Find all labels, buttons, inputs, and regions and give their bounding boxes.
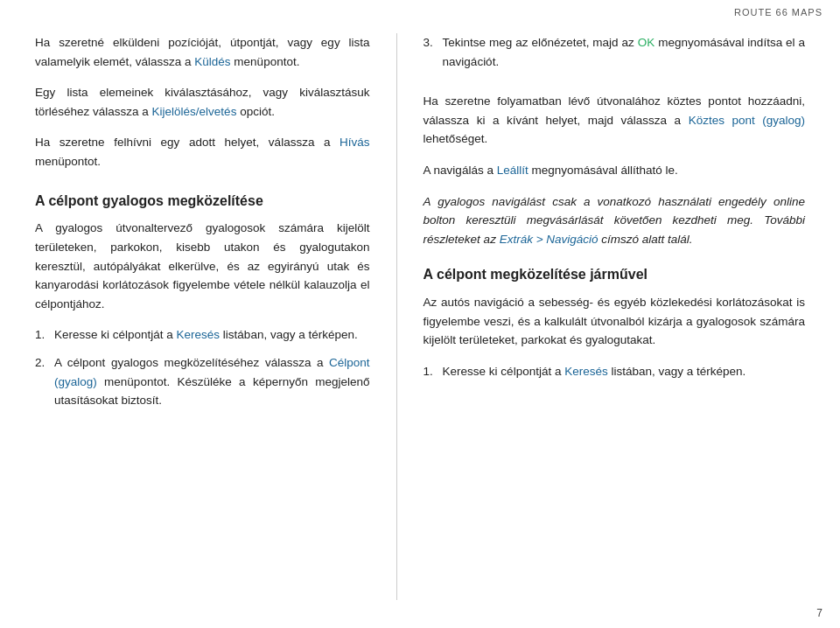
right-list-item1: 1. Keresse ki célpontját a Keresés listá… xyxy=(424,362,805,381)
koztes-pont-link[interactable]: Köztes pont (gyalog) xyxy=(689,114,805,127)
para1-text: Ha szeretné elküldeni pozícióját, útpont… xyxy=(35,33,370,71)
left-column: Ha szeretné elküldeni pozícióját, útpont… xyxy=(35,33,397,600)
kereses-link-2[interactable]: Keresés xyxy=(564,365,608,378)
extrak-link[interactable]: Extrák > Navigáció xyxy=(500,233,598,246)
section2-body-text: Az autós navigáció a sebesség- és egyéb … xyxy=(424,293,805,350)
content-area: Ha szeretné elküldeni pozícióját, útpont… xyxy=(35,33,805,600)
section1-body-text: A gyalogos útvonaltervező gyalogosok szá… xyxy=(35,219,370,313)
section1-body-block: A gyalogos útvonaltervező gyalogosok szá… xyxy=(35,219,370,313)
header-brand: ROUTE 66 MAPS xyxy=(734,7,822,17)
item2-text: A célpont gyalogos megközelítéséhez vála… xyxy=(54,353,370,410)
right-top-list: 3. Tekintse meg az előnézetet, majd az O… xyxy=(424,33,805,80)
brand-text: ROUTE 66 MAPS xyxy=(734,7,822,17)
section2-body-block: Az autós navigáció a sebesség- és egyéb … xyxy=(424,293,805,350)
item2-num: 2. xyxy=(35,353,49,410)
item3-num: 3. xyxy=(424,33,438,71)
page-number: 7 xyxy=(816,607,822,619)
right-item1-num: 1. xyxy=(424,362,438,381)
para1-block: Ha szeretné elküldeni pozícióját, útpont… xyxy=(35,33,370,71)
leollit-link[interactable]: Leállít xyxy=(497,164,528,177)
right-item1-text: Keresse ki célpontját a Keresés listában… xyxy=(443,362,805,381)
list1-item1: 1. Keresse ki célpontját a Keresés listá… xyxy=(35,325,370,345)
hivas-link[interactable]: Hívás xyxy=(340,136,370,149)
stop-block: A navigálás a Leállít megnyomásával állí… xyxy=(424,161,805,180)
kereses-link-1[interactable]: Keresés xyxy=(177,328,220,341)
waypoint-text: Ha szeretne folyamatban lévő útvonalához… xyxy=(424,92,805,149)
waypoint-block: Ha szeretne folyamatban lévő útvonalához… xyxy=(424,92,805,149)
right-item3: 3. Tekintse meg az előnézetet, majd az O… xyxy=(424,33,805,71)
item1-num: 1. xyxy=(35,325,49,345)
kijololes-link[interactable]: Kijelölés/elvetés xyxy=(152,105,237,118)
para3-block: Ha szeretne felhívni egy adott helyet, v… xyxy=(35,133,370,171)
right-column: 3. Tekintse meg az előnézetet, majd az O… xyxy=(397,33,805,600)
page-container: ROUTE 66 MAPS Ha szeretné elküldeni pozí… xyxy=(0,0,840,628)
section1-heading: A célpont gyalogos megközelítése xyxy=(35,192,370,211)
para3-text: Ha szeretne felhívni egy adott helyet, v… xyxy=(35,133,370,171)
italic-block: A gyalogos navigálást csak a vonatkozó h… xyxy=(424,192,805,249)
list1-item2: 2. A célpont gyalogos megközelítéséhez v… xyxy=(35,353,370,410)
para2-text: Egy lista elemeinek kiválasztásához, vag… xyxy=(35,83,370,121)
kuldes-link[interactable]: Küldés xyxy=(194,55,230,68)
left-numbered-list: 1. Keresse ki célpontját a Keresés listá… xyxy=(35,325,370,418)
right-bottom-list: 1. Keresse ki célpontját a Keresés listá… xyxy=(424,362,805,390)
stop-text: A navigálás a Leállít megnyomásával állí… xyxy=(424,161,805,180)
para2-block: Egy lista elemeinek kiválasztásához, vag… xyxy=(35,83,370,121)
item3-text: Tekintse meg az előnézetet, majd az OK m… xyxy=(443,33,805,71)
ok-link[interactable]: OK xyxy=(638,36,655,49)
section2-heading: A célpont megközelítése járművel xyxy=(424,266,805,284)
item1-text: Keresse ki célpontját a Keresés listában… xyxy=(54,325,370,345)
